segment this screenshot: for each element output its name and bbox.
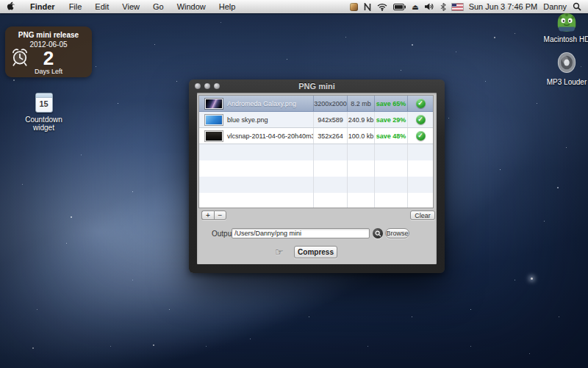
calendar-icon: 15 <box>35 93 53 113</box>
window-titlebar[interactable]: PNG mini <box>189 79 445 93</box>
empty-table-row[interactable] <box>199 144 433 160</box>
file-name: vlcsnap-2011-04-06-20h40m36s165.png <box>227 132 313 140</box>
menu-user[interactable]: Danny <box>543 2 567 11</box>
file-name: Andromeda Galaxy.png <box>227 100 296 107</box>
menu-clock[interactable]: Sun Jun 3 7:46 PM <box>469 2 538 11</box>
desktop-icon-mp3-louder[interactable]: MP3 Louder <box>540 52 588 86</box>
desktop-icon-countdown-widget[interactable]: 15 Countdown widget <box>16 93 71 132</box>
file-thumbnail <box>205 115 223 125</box>
file-size: 100.0 kb <box>347 128 374 144</box>
add-file-button[interactable]: + <box>201 210 214 220</box>
compress-button[interactable]: Compress <box>294 246 337 258</box>
file-table: Andromeda Galaxy.png 3200x2000 8.2 mb sa… <box>198 95 434 208</box>
empty-table-row[interactable] <box>199 160 433 177</box>
clear-button[interactable]: Clear <box>410 210 435 220</box>
battery-icon[interactable] <box>393 0 406 13</box>
window-content: Andromeda Galaxy.png 3200x2000 8.2 mb sa… <box>197 93 437 264</box>
menu-app-name[interactable]: Finder <box>23 0 62 13</box>
app-menu-extra-icon[interactable] <box>350 0 358 13</box>
file-thumbnail <box>205 131 223 141</box>
add-remove-segment: + − <box>201 210 226 220</box>
bluetooth-icon[interactable] <box>440 0 446 13</box>
menu-edit[interactable]: Edit <box>88 0 115 13</box>
file-thumbnail <box>205 99 223 109</box>
file-save-percent: save 48% <box>374 128 407 144</box>
output-path-input[interactable] <box>232 228 370 238</box>
file-dimensions: 3200x2000 <box>313 96 347 111</box>
desktop-icon-macintosh-hd[interactable]: Macintosh HD <box>540 9 588 43</box>
file-save-percent: save 65% <box>374 96 407 111</box>
file-name: blue skye.png <box>227 116 268 124</box>
widget-days-label: Days Left <box>5 68 92 75</box>
browse-button[interactable]: Browse <box>385 228 409 238</box>
search-path-button[interactable] <box>373 228 383 238</box>
table-row[interactable]: blue skye.png 942x589 240.9 kb save 29% … <box>199 112 433 128</box>
menu-help[interactable]: Help <box>212 0 243 13</box>
check-icon: ✓ <box>416 131 426 141</box>
alarm-clock-icon <box>10 46 29 68</box>
empty-table-row[interactable] <box>199 193 433 208</box>
window-title: PNG mini <box>189 79 445 93</box>
menu-bar-left: Finder File Edit View Go Window Help <box>0 0 242 13</box>
calendar-day: 15 <box>36 98 52 110</box>
table-row[interactable]: vlcsnap-2011-04-06-20h40m36s165.png 352x… <box>199 128 433 144</box>
menu-go[interactable]: Go <box>146 0 171 13</box>
file-dimensions: 942x589 <box>313 112 347 127</box>
volume-icon[interactable] <box>425 0 434 13</box>
file-size: 8.2 mb <box>347 96 374 111</box>
menu-bar: Finder File Edit View Go Window Help <box>0 0 588 13</box>
empty-table-row[interactable] <box>199 177 433 193</box>
menu-view[interactable]: View <box>115 0 146 13</box>
menu-window[interactable]: Window <box>171 0 212 13</box>
file-size: 240.9 kb <box>347 112 374 127</box>
desktop-icon-label: Macintosh HD <box>540 35 588 43</box>
menu-file[interactable]: File <box>62 0 89 13</box>
input-source-flag-icon[interactable] <box>452 0 463 13</box>
png-mini-window: PNG mini Andromeda Galaxy.png 3200x2000 … <box>189 79 445 273</box>
remove-file-button[interactable]: − <box>214 210 226 220</box>
notes-indicator-icon[interactable] <box>364 0 371 13</box>
eject-icon[interactable]: ⏏ <box>412 0 418 13</box>
apple-menu-icon[interactable] <box>0 0 23 13</box>
file-save-percent: save 29% <box>374 112 407 127</box>
table-row[interactable]: Andromeda Galaxy.png 3200x2000 8.2 mb sa… <box>199 96 433 112</box>
menu-bar-status-area: ⏏ Sun Jun 3 7:46 PM Danny <box>350 0 588 13</box>
desktop-icon-label: MP3 Louder <box>540 78 588 86</box>
desktop-icon-label: Countdown widget <box>16 116 71 132</box>
pointing-hand-icon: ☞ <box>275 247 284 258</box>
file-dimensions: 352x264 <box>313 128 347 144</box>
spotlight-icon[interactable] <box>573 0 581 13</box>
wifi-icon[interactable] <box>377 0 387 13</box>
check-icon: ✓ <box>416 115 426 124</box>
check-icon: ✓ <box>416 99 426 108</box>
speaker-icon <box>556 52 577 74</box>
countdown-widget-panel[interactable]: PNG mini release 2012-06-05 2 Days Left <box>5 26 92 77</box>
widget-title: PNG mini release <box>5 31 92 39</box>
